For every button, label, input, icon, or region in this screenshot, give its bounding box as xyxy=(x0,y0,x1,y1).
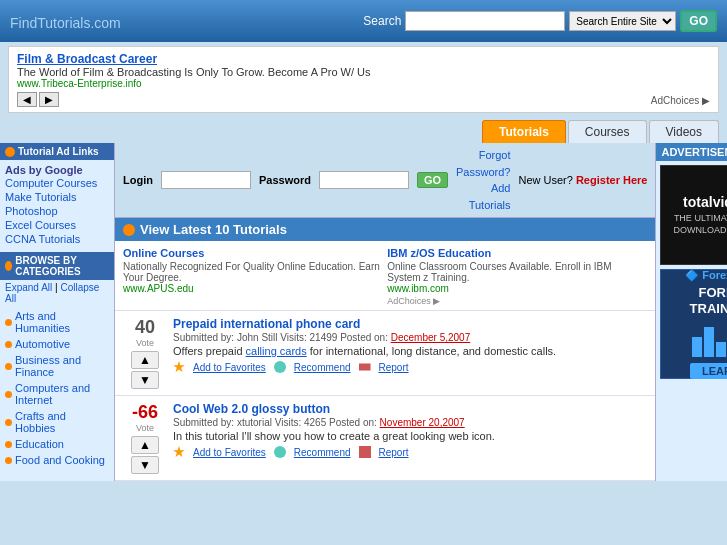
tutorial-row-prepaid: 40 Vote ▲ ▼ Prepaid international phone … xyxy=(115,311,655,396)
vote-up-button-glossy[interactable]: ▲ xyxy=(131,436,159,454)
search-type-select[interactable]: Search Entire Site xyxy=(569,11,676,31)
search-area: Search Search Entire Site GO xyxy=(363,10,717,32)
right-sidebar: ADVERTISEMENTS totalvid ▶ THE ULTIMATE V… xyxy=(655,143,727,481)
add-to-favorites-glossy[interactable]: Add to Favorites xyxy=(193,447,266,458)
logo-text: FindTutorials xyxy=(10,15,90,31)
online-courses-url: www.APUS.edu xyxy=(123,283,383,294)
orange-dot-icon-2 xyxy=(5,261,12,271)
password-input[interactable] xyxy=(319,171,409,189)
ibm-education-link[interactable]: IBM z/OS Education xyxy=(387,247,491,259)
tab-tutorials[interactable]: Tutorials xyxy=(482,120,566,143)
ibm-education-desc: Online Classroom Courses Available. Enro… xyxy=(387,261,647,283)
forex-ad[interactable]: 🔷 ForexPros FOREX TRAINING LEARN xyxy=(660,269,727,379)
adchoices-label[interactable]: AdChoices ▶ xyxy=(651,95,710,106)
categories-list: Arts and Humanities Automotive Business … xyxy=(0,306,114,470)
recommend-prepaid[interactable]: Recommend xyxy=(294,362,351,373)
tutorial-title-prepaid[interactable]: Prepaid international phone card xyxy=(173,317,360,331)
center-content: Login Password GO Forgot Password? Add T… xyxy=(115,143,655,481)
rec-icon-2 xyxy=(274,446,286,458)
tab-courses[interactable]: Courses xyxy=(568,120,647,143)
cat-dot-icon xyxy=(5,319,12,326)
tutorial-ad-right: IBM z/OS Education Online Classroom Cour… xyxy=(387,247,647,306)
tab-bar: Tutorials Courses Videos xyxy=(0,117,727,143)
add-tutorials-link[interactable]: Add Tutorials xyxy=(469,182,511,211)
tutorial-actions-prepaid: Add to Favorites Recommend Report xyxy=(173,361,647,373)
view-latest-title: View Latest 10 Tutorials xyxy=(140,222,287,237)
sidebar: Tutorial Ad Links Ads by Google Computer… xyxy=(0,143,115,481)
totalvid-logo-text: totalvid xyxy=(683,194,727,210)
category-arts[interactable]: Arts and Humanities xyxy=(0,308,114,336)
vote-label-glossy: Vote xyxy=(123,423,167,433)
totalvid-tagline: THE ULTIMATE VIDEO DOWNLOAD SERVICE xyxy=(665,213,727,236)
totalvid-ad[interactable]: totalvid ▶ THE ULTIMATE VIDEO DOWNLOAD S… xyxy=(660,165,727,265)
browse-by-categories-header: BROWSE BY CATEGORIES xyxy=(0,252,114,280)
vote-label-prepaid: Vote xyxy=(123,338,167,348)
orange-dot-icon xyxy=(5,147,15,157)
search-input[interactable] xyxy=(405,11,565,31)
category-food[interactable]: Food and Cooking xyxy=(0,452,114,468)
new-user-text: New User? Register Here xyxy=(518,174,647,186)
logo: FindTutorials.com xyxy=(10,8,121,34)
category-crafts[interactable]: Crafts and Hobbies xyxy=(0,408,114,436)
fav-icon-2 xyxy=(173,446,185,458)
expand-collapse-bar: Expand All | Collapse All xyxy=(0,280,114,306)
login-go-button[interactable]: GO xyxy=(417,172,448,188)
ads-google-label: Ads by Google xyxy=(5,164,109,176)
category-computers[interactable]: Computers and Internet xyxy=(0,380,114,408)
tutorial-actions-glossy: Add to Favorites Recommend Report xyxy=(173,446,647,458)
expand-all-link[interactable]: Expand All xyxy=(5,282,52,293)
category-education[interactable]: Education xyxy=(0,436,114,452)
report-glossy[interactable]: Report xyxy=(379,447,409,458)
cat-dot-icon xyxy=(5,341,12,348)
tutorial-date-glossy[interactable]: November 20,2007 xyxy=(380,417,465,428)
category-automotive[interactable]: Automotive xyxy=(0,336,114,352)
tutorial-ad-label: Tutorial Ad Links xyxy=(18,146,99,157)
vote-up-button-prepaid[interactable]: ▲ xyxy=(131,351,159,369)
tutorial-meta-prepaid: Submitted by: John Still Visits: 21499 P… xyxy=(173,332,647,343)
online-courses-link[interactable]: Online Courses xyxy=(123,247,204,259)
rec-icon xyxy=(274,361,286,373)
login-label: Login xyxy=(123,174,153,186)
tutorial-date-prepaid[interactable]: December 5,2007 xyxy=(391,332,471,343)
forex-cta: LEARN xyxy=(690,363,727,379)
sidebar-ad-link-4[interactable]: CCNA Tutorials xyxy=(5,232,109,246)
forex-brand: 🔷 ForexPros xyxy=(685,269,727,282)
tutorial-title-glossy[interactable]: Cool Web 2.0 glossy button xyxy=(173,402,330,416)
search-go-button[interactable]: GO xyxy=(680,10,717,32)
search-label: Search xyxy=(363,14,401,28)
recommend-glossy[interactable]: Recommend xyxy=(294,447,351,458)
browse-header-label: BROWSE BY CATEGORIES xyxy=(15,255,109,277)
report-prepaid[interactable]: Report xyxy=(379,362,409,373)
tutorial-meta-glossy: Submitted by: xtutorial Visits: 4265 Pos… xyxy=(173,417,647,428)
sidebar-ad-link-3[interactable]: Excel Courses xyxy=(5,218,109,232)
ad-next-button[interactable]: ▶ xyxy=(39,92,59,107)
sidebar-ad-link-0[interactable]: Computer Courses xyxy=(5,176,109,190)
ads-by-google-section: Ads by Google Computer Courses Make Tuto… xyxy=(0,160,114,250)
vote-box-prepaid: 40 Vote ▲ ▼ xyxy=(123,317,167,389)
ad-banner: Film & Broadcast Career The World of Fil… xyxy=(8,46,719,113)
ad-title[interactable]: Film & Broadcast Career xyxy=(17,52,710,66)
cat-dot-icon xyxy=(5,363,12,370)
tutorial-content-glossy: Cool Web 2.0 glossy button Submitted by:… xyxy=(173,402,647,474)
category-business[interactable]: Business and Finance xyxy=(0,352,114,380)
forgot-password-link[interactable]: Forgot Password? xyxy=(456,149,510,178)
tutorial-desc-glossy: In this tutorial I'll show you how to cr… xyxy=(173,430,647,442)
tutorial-desc-prepaid: Offers prepaid calling cards for interna… xyxy=(173,345,647,357)
sidebar-tutorial-ad-header: Tutorial Ad Links xyxy=(0,143,114,160)
ads-header-right: ADVERTISEMENTS xyxy=(656,143,727,161)
sidebar-ad-link-2[interactable]: Photoshop xyxy=(5,204,109,218)
vote-down-button-glossy[interactable]: ▼ xyxy=(131,456,159,474)
adchoices-right[interactable]: AdChoices ▶ xyxy=(387,296,440,306)
vote-down-button-prepaid[interactable]: ▼ xyxy=(131,371,159,389)
ad-prev-button[interactable]: ◀ xyxy=(17,92,37,107)
login-bar: Login Password GO Forgot Password? Add T… xyxy=(115,143,655,218)
add-to-favorites-prepaid[interactable]: Add to Favorites xyxy=(193,362,266,373)
logo-suffix: .com xyxy=(90,15,120,31)
rep-icon xyxy=(359,361,371,373)
login-input[interactable] xyxy=(161,171,251,189)
register-link[interactable]: Register Here xyxy=(576,174,648,186)
tab-videos[interactable]: Videos xyxy=(649,120,719,143)
calling-cards-link[interactable]: calling cards xyxy=(246,345,307,357)
tutorial-row-glossy: -66 Vote ▲ ▼ Cool Web 2.0 glossy button … xyxy=(115,396,655,481)
sidebar-ad-link-1[interactable]: Make Tutorials xyxy=(5,190,109,204)
